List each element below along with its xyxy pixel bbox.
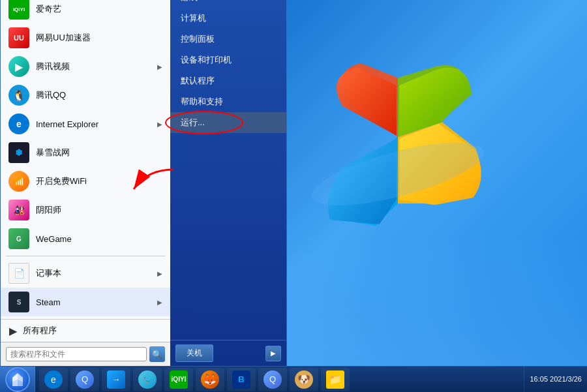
taskbar-app-battlenet[interactable]: B: [227, 368, 256, 391]
devices-label: 设备和打印机: [181, 54, 232, 66]
start-menu-left: Q QQ浏览器 iQIYI 爱奇艺 UU 网易UU加速器 ▶ 腾讯视频 ▶ 🐧: [1, 0, 170, 366]
start-menu-right: 音乐 游戏 计算机 控制面板 设备和打印机 默认程序 帮助和支持 运行...: [170, 0, 286, 366]
steam-label: Steam: [36, 297, 157, 307]
iqiyi-icon: iQIYI: [8, 0, 29, 20]
help-label: 帮助和支持: [181, 96, 223, 108]
start-search-bar: 🔍: [1, 342, 170, 366]
tencent-video-label: 腾讯视频: [36, 61, 157, 72]
start-orb[interactable]: [5, 367, 30, 392]
uu-icon: UU: [8, 27, 29, 48]
start-right-help[interactable]: 帮助和支持: [170, 91, 286, 112]
default-programs-label: 默认程序: [181, 75, 215, 87]
taskbar-app-qqbrowser[interactable]: Q: [70, 368, 99, 391]
start-menu: Q QQ浏览器 iQIYI 爱奇艺 UU 网易UU加速器 ▶ 腾讯视频 ▶ 🐧: [0, 0, 287, 366]
start-app-storm[interactable]: ❄ 暴雪战网: [1, 138, 170, 167]
all-programs-label: 所有程序: [23, 325, 57, 337]
start-app-iqiyi[interactable]: iQIYI 爱奇艺: [1, 0, 170, 23]
wifi-label: 开启免费WiFi: [36, 175, 162, 187]
start-app-qq[interactable]: 🐧 腾讯QQ: [1, 81, 170, 110]
qq-icon: 🐧: [8, 85, 29, 106]
start-right-computer[interactable]: 计算机: [170, 8, 286, 29]
start-right-control-panel[interactable]: 控制面板: [170, 29, 286, 50]
games-label: 游戏: [181, 0, 198, 3]
taskbar-apps: e Q → 🐦 iQIYI: [35, 367, 524, 392]
uu-label: 网易UU加速器: [36, 32, 162, 44]
tencent-video-icon: ▶: [8, 56, 29, 77]
tencent-video-arrow: ▶: [157, 63, 162, 70]
ie-arrow: ▶: [157, 121, 162, 128]
start-right-games[interactable]: 游戏: [170, 0, 286, 8]
storm-icon: ❄: [8, 142, 29, 163]
taskbar-clock: 16:05 2021/3/26: [530, 374, 582, 384]
yys-icon: 🎎: [8, 200, 29, 220]
computer-label: 计算机: [181, 12, 206, 24]
run-label: 运行...: [181, 117, 205, 128]
start-app-tencent-video[interactable]: ▶ 腾讯视频 ▶: [1, 52, 170, 81]
notepad-label: 记事本: [36, 267, 157, 279]
storm-label: 暴雪战网: [36, 147, 162, 158]
shutdown-button[interactable]: 关机: [175, 344, 213, 362]
taskbar-app-quark[interactable]: Q: [258, 368, 287, 391]
start-app-notepad[interactable]: 📄 记事本 ▶: [1, 259, 170, 288]
all-programs-icon: ▶: [8, 326, 18, 335]
start-app-wegame[interactable]: G WeGame: [1, 224, 170, 253]
taskbar: e Q → 🐦 iQIYI: [0, 366, 587, 392]
start-divider: [6, 256, 165, 256]
ie-icon: e: [8, 113, 29, 134]
windows-logo: [287, 26, 509, 248]
search-button[interactable]: 🔍: [149, 346, 165, 362]
start-app-163uu[interactable]: UU 网易UU加速器: [1, 23, 170, 52]
all-programs-button[interactable]: ▶ 所有程序: [1, 319, 170, 342]
taskbar-app-pet[interactable]: 🐶: [290, 368, 318, 391]
start-app-steam[interactable]: S Steam ▶: [1, 288, 170, 316]
start-right-items-list: 音乐 游戏 计算机 控制面板 设备和打印机 默认程序 帮助和支持 运行...: [170, 0, 286, 340]
steam-icon: S: [8, 292, 29, 312]
steam-arrow: ▶: [157, 299, 162, 306]
search-input[interactable]: [6, 347, 147, 361]
yys-label: 阴阳师: [36, 204, 162, 216]
start-right-devices[interactable]: 设备和打印机: [170, 50, 286, 70]
wifi-icon: 📶: [8, 171, 29, 192]
start-app-yys[interactable]: 🎎 阴阳师: [1, 196, 170, 224]
taskbar-app-ie[interactable]: e: [39, 368, 68, 391]
wegame-label: WeGame: [36, 234, 162, 244]
start-app-ie[interactable]: e Internet Explorer ▶: [1, 110, 170, 138]
taskbar-right: 16:05 2021/3/26: [524, 367, 587, 392]
taskbar-app-folder[interactable]: 📁: [321, 368, 350, 391]
qq-label: 腾讯QQ: [36, 89, 162, 101]
taskbar-app-nav[interactable]: →: [102, 368, 130, 391]
control-panel-label: 控制面板: [181, 33, 215, 45]
start-right-bottom: 关机 ▶: [170, 340, 286, 366]
shutdown-arrow-button[interactable]: ▶: [265, 346, 281, 361]
taskbar-app-iqiyi[interactable]: iQIYI: [164, 368, 193, 391]
start-right-run[interactable]: 运行...: [170, 112, 286, 133]
start-button[interactable]: [0, 367, 35, 393]
taskbar-app-msn[interactable]: 🐦: [133, 368, 162, 391]
notepad-icon: 📄: [8, 263, 29, 284]
wegame-icon: G: [8, 228, 29, 249]
start-app-wifi[interactable]: 📶 开启免费WiFi: [1, 167, 170, 196]
iqiyi-label: 爱奇艺: [36, 3, 162, 15]
ie-label: Internet Explorer: [36, 119, 157, 129]
notepad-arrow: ▶: [157, 270, 162, 277]
start-right-default-programs[interactable]: 默认程序: [170, 70, 286, 91]
start-apps-list: Q QQ浏览器 iQIYI 爱奇艺 UU 网易UU加速器 ▶ 腾讯视频 ▶ 🐧: [1, 0, 170, 319]
taskbar-app-game[interactable]: 🦊: [196, 368, 224, 391]
